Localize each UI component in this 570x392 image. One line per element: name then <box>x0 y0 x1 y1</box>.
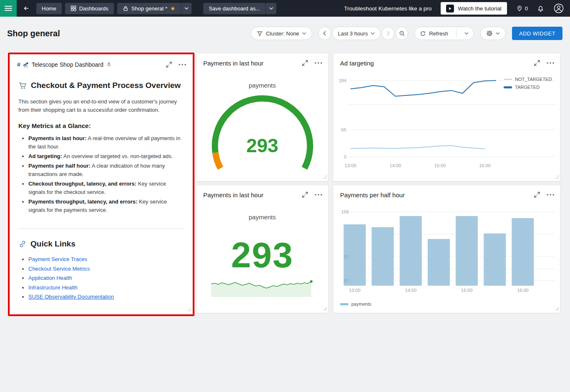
save-dashboard-group: Save dashboard as... <box>203 3 276 14</box>
promo-text: Troubleshoot Kubernetes like a pro <box>344 5 432 12</box>
hamburger-icon <box>5 5 12 12</box>
expand-button[interactable] <box>302 192 308 198</box>
chevron-right-icon <box>386 31 390 36</box>
svg-text:13:00: 13:00 <box>345 163 356 168</box>
svg-text:14:00: 14:00 <box>390 163 401 168</box>
big-number-widget: Payments in last hour payments 293 <box>196 185 328 313</box>
svg-text:184: 184 <box>339 78 346 83</box>
expand-icon <box>166 62 172 68</box>
resize-handle[interactable] <box>323 173 327 180</box>
time-back-button[interactable] <box>318 27 331 40</box>
markdown-widget: # Telescope Shop Dashboard Checkout & Pa… <box>10 55 192 314</box>
save-dashboard-as-button[interactable]: Save dashboard as... <box>203 3 265 14</box>
chevron-down-icon <box>464 32 469 35</box>
zoom-out-button[interactable] <box>396 27 408 40</box>
bell-icon <box>537 5 544 12</box>
resize-handle[interactable] <box>555 305 559 312</box>
add-widget-button[interactable]: ADD WIDGET <box>512 27 562 40</box>
metric-item: Checkout throughput, latency, and errors… <box>28 180 184 196</box>
notifications-button[interactable] <box>537 5 544 12</box>
cart-emoji <box>18 81 27 90</box>
refresh-button[interactable]: Refresh <box>415 27 453 40</box>
legend-item: TARGETED <box>504 85 552 90</box>
metric-item: Payments throughput, latency, and errors… <box>28 198 184 214</box>
nav-dashboards-button[interactable]: Dashboards <box>65 3 114 14</box>
chevron-down-icon <box>184 7 189 10</box>
back-button[interactable] <box>20 3 33 14</box>
filter-funnel-icon <box>257 30 263 37</box>
pin-button[interactable]: 0 <box>516 5 528 12</box>
widget-title: Payments in last hour <box>203 191 302 199</box>
svg-text:65: 65 <box>341 127 346 132</box>
nav-home-button[interactable]: Home <box>36 3 62 14</box>
metric-item: Payments per half hour: A clear indicati… <box>28 162 184 178</box>
widget-menu-button[interactable] <box>179 64 186 65</box>
svg-text:0: 0 <box>344 154 346 159</box>
avatar-icon <box>553 3 564 14</box>
overview-heading: Checkout & Payment Process Overview <box>18 81 184 90</box>
metric-item: Ad targeting: An overview of targeted vs… <box>28 152 184 161</box>
quick-link[interactable]: Application Health <box>28 275 72 281</box>
svg-text:15:00: 15:00 <box>434 163 446 168</box>
quick-link-item: Payment Service Traces <box>28 255 184 264</box>
app-menu-button[interactable] <box>0 0 17 17</box>
series-label: payments <box>197 214 328 221</box>
divider <box>456 29 457 38</box>
save-as-chevron[interactable] <box>265 3 276 14</box>
page-title: Shop general <box>7 29 60 38</box>
time-forward-button[interactable] <box>382 27 394 40</box>
metric-item: Payments in last hour: A real-time overv… <box>28 134 184 151</box>
cluster-filter[interactable]: Cluster: None <box>251 27 312 40</box>
chevron-down-icon <box>269 7 273 10</box>
resize-handle[interactable] <box>187 306 191 312</box>
svg-text:13:00: 13:00 <box>349 288 361 293</box>
ellipsis-icon <box>315 194 322 196</box>
user-avatar-button[interactable] <box>553 3 564 14</box>
expand-button[interactable] <box>166 62 172 68</box>
quick-link-item: Checkout Service Metrics <box>28 264 184 274</box>
resize-handle[interactable] <box>555 173 559 180</box>
gauge-widget: Payments in last hour payments 293 <box>196 53 328 181</box>
dashboard-switcher: Shop general * ★ <box>117 3 192 14</box>
widget-title: # Telescope Shop Dashboard <box>17 61 166 68</box>
svg-text:16:00: 16:00 <box>479 163 491 168</box>
rocket-emoji <box>106 61 112 68</box>
refresh-icon <box>420 30 426 37</box>
navbar-right: Troubleshoot Kubernetes like a pro Watch… <box>344 2 570 15</box>
quick-link[interactable]: SUSE Observability Documentation <box>28 294 114 300</box>
ellipsis-icon <box>179 64 186 65</box>
gauge-value: 293 <box>197 134 328 157</box>
overview-intro: This section gives you an end-to-end vie… <box>18 98 184 114</box>
legend-item: NOT_TARGETED <box>504 77 552 82</box>
dashboard-options-chevron[interactable] <box>181 3 192 14</box>
quick-link[interactable]: Infrastructure Health <box>28 284 78 291</box>
pin-count: 0 <box>525 5 528 12</box>
divider <box>18 228 184 229</box>
chart-legend: payments <box>340 302 371 307</box>
dashboards-grid-icon <box>71 5 76 11</box>
svg-text:14:00: 14:00 <box>405 288 417 293</box>
legend-swatch <box>504 86 512 88</box>
svg-text:15:00: 15:00 <box>461 288 473 293</box>
svg-text:57: 57 <box>344 278 349 283</box>
refresh-options-chevron[interactable] <box>459 27 474 40</box>
legend-swatch <box>340 303 348 305</box>
watch-tutorial-button[interactable]: Watch the tutorial <box>441 2 507 15</box>
chart-legend: NOT_TARGETED TARGETED <box>504 77 552 90</box>
time-range-selector[interactable]: Last 3 hours <box>332 27 381 40</box>
chevron-down-icon <box>302 32 306 35</box>
top-navbar: Home Dashboards Shop general * ★ Save da… <box>0 0 570 17</box>
quick-link[interactable]: Checkout Service Metrics <box>28 266 90 272</box>
resize-handle[interactable] <box>323 305 327 312</box>
sparkline-chart <box>209 272 316 299</box>
settings-button[interactable] <box>480 27 506 40</box>
widget-menu-button[interactable] <box>315 194 322 196</box>
link-emoji <box>18 240 27 248</box>
gauge-chart <box>197 53 329 176</box>
legend-swatch <box>504 79 512 80</box>
nav-current-dashboard-button[interactable]: Shop general * ★ <box>117 3 181 14</box>
favorite-star-icon[interactable]: ★ <box>170 5 176 11</box>
big-number-value: 293 <box>197 234 328 276</box>
quick-link[interactable]: Payment Service Traces <box>28 256 87 262</box>
svg-text:92: 92 <box>344 254 349 259</box>
